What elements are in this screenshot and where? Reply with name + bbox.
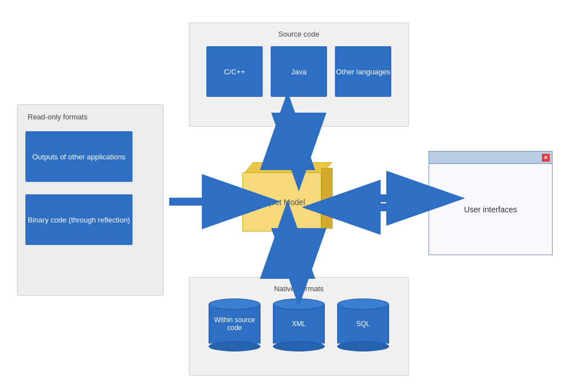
cyl-bottom-xml [273,341,325,351]
cyl-bottom-source [209,341,260,351]
ui-close-button[interactable]: ✕ [542,154,550,162]
cylinder-xml: XML [271,299,327,351]
native-formats-items: Within source code XML SQL [196,299,401,351]
ui-window-titlebar: ✕ [429,152,552,164]
cyl-top-sql [337,299,389,310]
cube-right-face [321,168,333,229]
lang-other-label: Other languages [336,68,390,76]
cyl-body-sql: SQL [337,304,389,344]
cyl-top-xml [273,299,325,310]
lang-java-label: Java [291,68,306,76]
cyl-source-label: Within source code [209,316,260,332]
cyl-top-source [209,299,260,310]
cyl-bottom-sql [337,341,389,351]
readonly-title: Read-only formats [28,113,155,121]
cube-front-face: Object Model [242,172,321,231]
ui-window-body: User interfaces [429,164,552,255]
cylinder-sql: SQL [335,299,391,351]
cyl-sql-label: SQL [356,320,370,328]
cylinder-source: Within source code [206,299,263,351]
object-model: Object Model [242,162,333,235]
user-interfaces-window: ✕ User interfaces [429,151,553,255]
outputs-label: Outputs of other applications [32,153,126,161]
source-code-items: C/C++ Java Other languages [196,46,401,97]
lang-box-cpp: C/C++ [206,46,263,97]
source-code-panel: Source code C/C++ Java Other languages [189,23,409,127]
cyl-xml-label: XML [292,320,306,328]
native-formats-panel: Native Formats Within source code XML SQ [189,277,409,376]
binary-label: Binary code (through reflection) [28,216,130,224]
source-code-title: Source code [196,30,401,38]
object-model-label: Object Model [259,198,305,207]
cyl-body-source: Within source code [209,304,260,344]
diagram-container: Read-only formats Outputs of other appli… [0,0,574,392]
lang-box-other: Other languages [335,46,391,97]
outputs-box: Outputs of other applications [25,131,133,182]
user-interfaces-label: User interfaces [464,205,517,214]
cyl-body-xml: XML [273,304,325,344]
lang-box-java: Java [271,46,327,97]
native-formats-title: Native Formats [196,284,401,293]
binary-box: Binary code (through reflection) [25,194,133,245]
lang-cpp-label: C/C++ [224,68,245,76]
readonly-formats-panel: Read-only formats Outputs of other appli… [17,104,164,296]
